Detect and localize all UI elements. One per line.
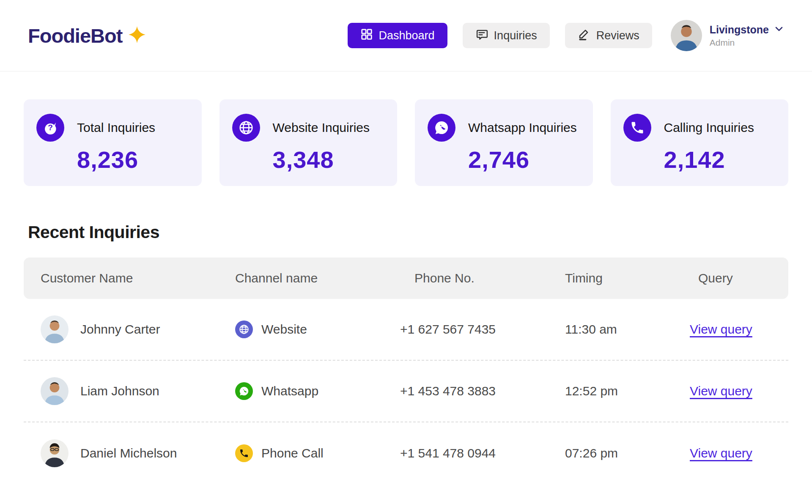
table-row: Johnny Carter Website +1 627 567 7435 11…: [24, 299, 788, 361]
col-timing: Timing: [565, 271, 690, 285]
nav-inquiries-label: Inquiries: [494, 29, 537, 42]
stat-value: 3,348: [273, 146, 398, 186]
stat-value: 2,142: [664, 146, 789, 186]
whatsapp-icon: [428, 114, 455, 142]
stat-value: 8,236: [77, 146, 202, 186]
recent-inquiries-table: Customer Name Channel name Phone No. Tim…: [24, 257, 788, 484]
customer-name: Johnny Carter: [80, 322, 160, 337]
user-role: Admin: [710, 38, 784, 48]
col-customer-name: Customer Name: [41, 271, 235, 285]
customer-avatar: [41, 439, 69, 467]
whatsapp-badge-icon: [235, 382, 253, 400]
recent-inquiries-title: Recent Inquiries: [28, 222, 812, 242]
customer-name: Daniel Michelson: [80, 446, 177, 460]
main-nav: Dashboard Inquiries Reviews: [348, 23, 652, 48]
customer-name: Liam Johnson: [80, 384, 159, 398]
chevron-down-icon[interactable]: [774, 24, 784, 36]
phone-icon: [623, 114, 651, 142]
pencil-icon: [578, 28, 590, 44]
user-name: Livingstone: [710, 24, 769, 36]
view-query-link[interactable]: View query: [690, 446, 752, 460]
table-row: Liam Johnson Whatsapp +1 453 478 3883 12…: [24, 361, 788, 422]
table-header-row: Customer Name Channel name Phone No. Tim…: [24, 257, 788, 299]
stat-card-total-inquiries: ? Total Inquiries 8,236: [24, 99, 202, 186]
col-query: Query: [690, 271, 788, 285]
nav-dashboard-button[interactable]: Dashboard: [348, 23, 447, 48]
brand-logo: FoodieBot: [28, 24, 146, 47]
brand-name: FoodieBot: [28, 24, 122, 47]
view-query-link[interactable]: View query: [690, 322, 752, 336]
phone-number: +1 453 478 3883: [400, 384, 565, 398]
col-phone-no: Phone No.: [400, 271, 565, 285]
nav-dashboard-label: Dashboard: [379, 29, 435, 42]
stat-label: Calling Inquiries: [664, 121, 789, 135]
globe-icon: [232, 114, 260, 142]
timing: 07:26 pm: [565, 446, 690, 460]
channel-name: Phone Call: [261, 446, 324, 460]
customer-avatar: [41, 377, 69, 405]
stat-label: Total Inquiries: [77, 121, 202, 135]
stat-label: Whatsapp Inquiries: [468, 121, 593, 135]
phone-call-badge-icon: [235, 444, 253, 462]
user-menu[interactable]: Livingstone Admin: [671, 20, 784, 51]
stat-card-website-inquiries: Website Inquiries 3,348: [219, 99, 398, 186]
timing: 12:52 pm: [565, 384, 690, 398]
phone-number: +1 627 567 7435: [400, 322, 565, 337]
stats-row: ? Total Inquiries 8,236 Website Inquirie…: [24, 99, 788, 186]
website-badge-icon: [235, 320, 253, 338]
grid-icon: [360, 28, 373, 44]
app-header: FoodieBot Dashboard Inquiries Reviews: [0, 0, 812, 71]
stat-label: Website Inquiries: [273, 121, 398, 135]
nav-inquiries-button[interactable]: Inquiries: [463, 23, 550, 48]
phone-number: +1 541 478 0944: [400, 446, 565, 460]
svg-text:?: ?: [48, 123, 53, 132]
channel-name: Whatsapp: [261, 384, 318, 398]
stat-card-calling-inquiries: Calling Inquiries 2,142: [611, 99, 789, 186]
timing: 11:30 am: [565, 322, 690, 337]
channel-name: Website: [261, 322, 307, 337]
stat-value: 2,746: [468, 146, 593, 186]
question-bubble-icon: ?: [36, 114, 64, 142]
nav-reviews-label: Reviews: [596, 29, 639, 42]
view-query-link[interactable]: View query: [690, 384, 752, 398]
customer-avatar: [41, 315, 69, 343]
user-meta: Livingstone Admin: [710, 24, 784, 48]
sparkle-icon: [128, 26, 146, 45]
user-avatar: [671, 20, 702, 51]
col-channel-name: Channel name: [235, 271, 400, 285]
table-row: Daniel Michelson Phone Call +1 541 478 0…: [24, 422, 788, 484]
nav-reviews-button[interactable]: Reviews: [565, 23, 652, 48]
chat-icon: [475, 28, 488, 44]
stat-card-whatsapp-inquiries: Whatsapp Inquiries 2,746: [415, 99, 593, 186]
